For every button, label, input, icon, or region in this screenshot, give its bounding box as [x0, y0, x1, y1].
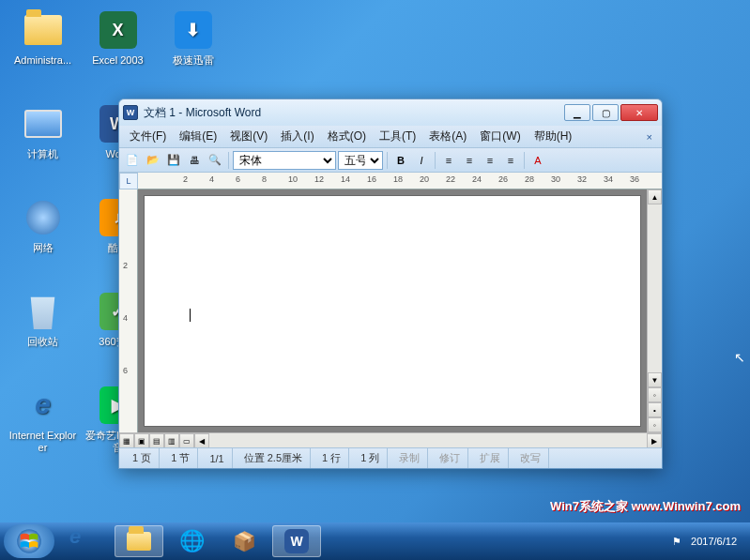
- status-bar: 1 页 1 节 1/1 位置 2.5厘米 1 行 1 列 录制 修订 扩展 改写: [119, 447, 662, 468]
- separator: [228, 152, 229, 169]
- taskbar-ie[interactable]: e: [62, 525, 111, 557]
- status-extend[interactable]: 扩展: [472, 448, 509, 468]
- desktop-icon-ie[interactable]: eInternet Explorer: [8, 383, 78, 454]
- italic-button[interactable]: I: [412, 151, 431, 170]
- status-page: 1 页: [125, 448, 160, 468]
- prev-page-button[interactable]: ◦: [648, 387, 662, 402]
- ruler-vtick: 6: [123, 366, 128, 375]
- ruler-tick: 22: [446, 174, 455, 184]
- ruler-tick: 26: [498, 174, 508, 184]
- taskbar-360browser[interactable]: 🌐: [167, 525, 216, 557]
- reading-view-button[interactable]: ▭: [179, 433, 194, 448]
- ruler-vtick: 2: [123, 261, 128, 270]
- tray-date[interactable]: 2017/6/12: [691, 536, 737, 547]
- maximize-button[interactable]: ▢: [592, 104, 619, 121]
- horizontal-ruler[interactable]: L 24681012141618202224262830323436: [138, 173, 662, 189]
- desktop-icon-excel2003[interactable]: XExcel 2003: [83, 8, 153, 67]
- ruler-tick: 18: [393, 174, 403, 184]
- word-window: W 文档 1 - Microsoft Word ▁ ▢ ✕ 文件(F)编辑(E)…: [118, 98, 663, 469]
- status-overwrite[interactable]: 改写: [513, 448, 549, 468]
- web-view-button[interactable]: ▣: [134, 433, 149, 448]
- title-bar[interactable]: W 文档 1 - Microsoft Word ▁ ▢ ✕: [119, 99, 662, 126]
- ruler-tick: 36: [630, 174, 639, 184]
- icon-label: 极速迅雷: [158, 54, 228, 67]
- minimize-button[interactable]: ▁: [564, 104, 590, 121]
- ie-icon: e: [69, 524, 103, 558]
- taskbar-word[interactable]: W: [272, 525, 321, 557]
- align-left-button[interactable]: ≡: [439, 151, 458, 170]
- vertical-ruler[interactable]: 246: [119, 189, 138, 432]
- bold-button[interactable]: B: [391, 151, 410, 170]
- horizontal-scroll-track[interactable]: [209, 433, 647, 447]
- system-tray[interactable]: ⚑ 2017/6/12: [663, 536, 746, 548]
- print-button[interactable]: 🖶: [185, 151, 204, 170]
- windows-logo-icon: [16, 528, 42, 554]
- icon-label: 回收站: [8, 336, 78, 348]
- browser-icon: 🌐: [179, 529, 205, 553]
- menu-view[interactable]: 视图(V): [223, 127, 274, 146]
- status-record[interactable]: 录制: [391, 448, 428, 468]
- menu-tools[interactable]: 工具(T): [373, 127, 422, 146]
- save-button[interactable]: 💾: [164, 151, 183, 170]
- menu-format[interactable]: 格式(O): [321, 127, 373, 146]
- icon-label: Excel 2003: [83, 54, 153, 67]
- standard-toolbar: 📄 📂 💾 🖶 🔍 宋体 五号 B I ≡ ≡ ≡ ≡ A: [119, 148, 662, 173]
- ruler-vtick: 4: [123, 313, 128, 323]
- bullet-list-button[interactable]: ≡: [501, 151, 520, 170]
- close-button[interactable]: ✕: [620, 104, 658, 121]
- scroll-down-button[interactable]: ▼: [648, 372, 662, 387]
- print-view-button[interactable]: ▤: [149, 433, 164, 448]
- scroll-track[interactable]: [648, 204, 662, 372]
- preview-button[interactable]: 🔍: [206, 151, 224, 170]
- mouse-cursor-icon: ↖: [734, 350, 745, 365]
- desktop-icon-computer[interactable]: 计算机: [8, 101, 78, 160]
- font-size-select[interactable]: 五号: [338, 151, 383, 170]
- excel-icon: X: [96, 8, 141, 53]
- outline-view-button[interactable]: ▥: [164, 433, 179, 448]
- status-revision[interactable]: 修订: [432, 448, 468, 468]
- vertical-scrollbar[interactable]: ▲ ▼ ◦ • ◦: [647, 189, 662, 432]
- menu-window[interactable]: 窗口(W): [473, 127, 527, 146]
- taskbar-explorer[interactable]: [115, 525, 163, 557]
- document-page[interactable]: [144, 195, 641, 427]
- open-button[interactable]: 📂: [144, 151, 162, 170]
- start-button[interactable]: [4, 524, 54, 558]
- menu-bar: 文件(F)编辑(E)视图(V)插入(I)格式(O)工具(T)表格(A)窗口(W)…: [119, 126, 662, 148]
- next-page-button[interactable]: ◦: [648, 417, 662, 432]
- ruler-tick: 20: [420, 174, 429, 184]
- new-doc-button[interactable]: 📄: [123, 151, 142, 170]
- ruler-corner[interactable]: L: [119, 173, 138, 189]
- folder-user-icon: [21, 8, 66, 53]
- taskbar-winrar[interactable]: 📦: [220, 525, 268, 557]
- ruler-tick: 12: [314, 174, 324, 184]
- font-select[interactable]: 宋体: [233, 151, 336, 170]
- scroll-up-button[interactable]: ▲: [648, 189, 662, 204]
- globe-icon: [21, 195, 66, 240]
- menu-insert[interactable]: 插入(I): [274, 127, 320, 146]
- scroll-left-button[interactable]: ◀: [194, 433, 209, 448]
- align-center-button[interactable]: ≡: [460, 151, 479, 170]
- desktop-icon-recycle[interactable]: 回收站: [8, 289, 78, 348]
- status-column: 1 列: [353, 448, 388, 468]
- menu-help[interactable]: 帮助(H): [528, 127, 579, 146]
- taskbar[interactable]: e 🌐 📦 W ⚑ 2017/6/12: [0, 522, 750, 560]
- icon-label: 计算机: [8, 148, 78, 160]
- menu-close-help[interactable]: ×: [641, 131, 658, 143]
- browse-object-button[interactable]: •: [648, 402, 662, 417]
- ruler-tick: 8: [262, 174, 267, 184]
- font-color-button[interactable]: A: [528, 151, 547, 170]
- desktop-icon-administra[interactable]: Administra...: [8, 8, 78, 67]
- window-controls: ▁ ▢ ✕: [564, 104, 658, 121]
- tray-flag-icon[interactable]: ⚑: [672, 536, 681, 548]
- numbered-list-button[interactable]: ≡: [481, 151, 499, 170]
- normal-view-button[interactable]: ▦: [119, 433, 134, 448]
- menu-table[interactable]: 表格(A): [422, 127, 473, 146]
- separator: [524, 152, 525, 169]
- menu-file[interactable]: 文件(F): [123, 127, 173, 146]
- scroll-right-button[interactable]: ▶: [647, 433, 662, 448]
- menu-edit[interactable]: 编辑(E): [173, 127, 223, 146]
- ruler-tick: 16: [367, 174, 376, 184]
- status-section: 1 节: [163, 448, 198, 468]
- desktop-icon-xunlei[interactable]: ⬇极速迅雷: [158, 8, 228, 67]
- desktop-icon-network[interactable]: 网络: [8, 195, 78, 254]
